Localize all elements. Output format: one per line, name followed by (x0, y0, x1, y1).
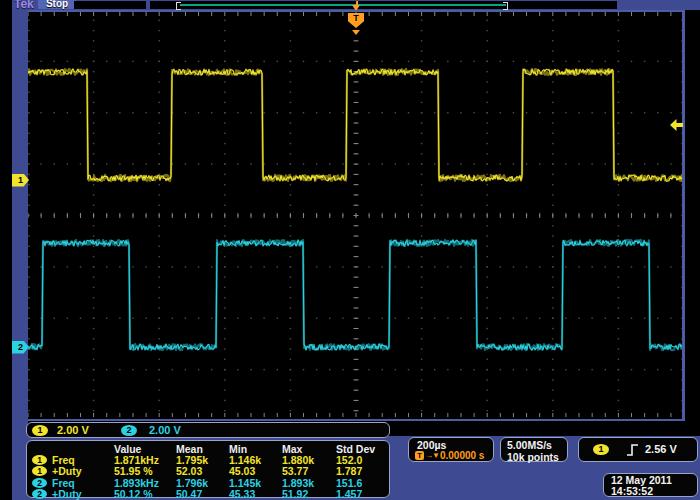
trigger-readout[interactable]: 1 2.56 V (578, 437, 698, 462)
measurement-max: 51.92 (282, 489, 336, 500)
measurement-value: 51.95 % (114, 466, 176, 477)
measurement-name: +Duty (52, 489, 114, 500)
trigger-source-badge: 1 (593, 444, 609, 455)
measurement-stddev: 1.457 (336, 489, 389, 500)
horizontal-position-value: 0.00000 s (440, 450, 485, 461)
datetime-readout: 12 May 2011 14:53:52 (603, 473, 698, 497)
table-row-badge: 2 (32, 478, 52, 489)
waveform-canvas (28, 10, 684, 421)
topbar-inset (74, 1, 146, 9)
measurement-min: 45.03 (229, 466, 282, 477)
graticule-bottom-border (28, 419, 684, 421)
rising-edge-icon (626, 443, 639, 457)
channel-2-scale: 2.00 V (149, 423, 181, 437)
measurement-name: +Duty (52, 466, 114, 477)
channel-1-scale: 2.00 V (57, 423, 89, 437)
time-value: 14:53:52 (611, 486, 697, 497)
trigger-position-flag-tip-icon (352, 30, 360, 35)
acquisition-readout[interactable]: 5.00MS/s 10k points (500, 437, 568, 462)
measurement-max: 53.77 (282, 466, 336, 477)
table-row-badge: 2 (32, 489, 52, 500)
horizontal-position: T→▼ 0.00000 s (415, 450, 484, 461)
record-line (180, 4, 506, 6)
sample-rate: 5.00MS/s (507, 439, 567, 451)
measurement-min: 45.33 (229, 489, 282, 500)
table-row-badge: 1 (32, 455, 52, 466)
channel-2-badge: 2 (121, 425, 137, 436)
measurement-mean: 50.47 (176, 489, 229, 500)
table-row-badge: 1 (32, 466, 52, 477)
measurement-mean: 52.03 (176, 466, 229, 477)
measurement-value: 50.12 % (114, 489, 176, 500)
trigger-t-icon: T (415, 451, 424, 460)
title-bar: Tek Stop (12, 0, 700, 10)
measurement-table[interactable]: Value Mean Min Max Std Dev 1 Freq 1.871k… (26, 440, 390, 498)
graticule-right-border (682, 10, 685, 421)
oscilloscope-screen: Tek Stop T 1 2 1 2.00 V 2 2.00 V (0, 0, 700, 500)
channel-readout-bar[interactable]: 1 2.00 V 2 2.00 V (26, 422, 390, 438)
trigger-level-value: 2.56 V (645, 443, 677, 455)
measurement-stddev: 1.787 (336, 466, 389, 477)
timebase-readout[interactable]: 200µs T→▼ 0.00000 s (408, 437, 494, 462)
record-view-bar[interactable] (150, 1, 617, 9)
acquisition-status[interactable]: Stop (38, 0, 76, 9)
waveform-display: T (28, 10, 700, 436)
channel-1-badge: 1 (32, 425, 48, 436)
record-window-right-bracket-icon (503, 2, 508, 10)
graticule-top-border (28, 10, 684, 12)
record-length: 10k points (507, 451, 567, 463)
